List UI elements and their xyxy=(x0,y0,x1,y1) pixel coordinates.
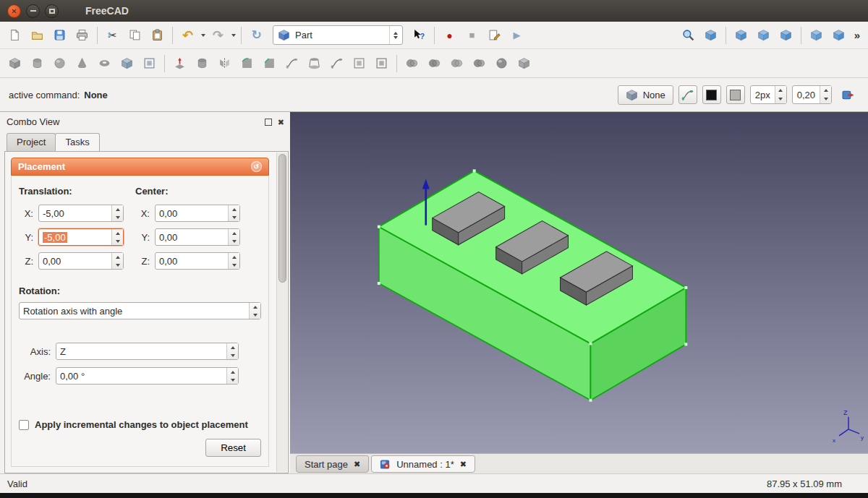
fit-all-button[interactable] xyxy=(677,24,699,46)
point-size-value: 0,20 xyxy=(793,86,820,103)
combo-arrows[interactable] xyxy=(249,303,260,319)
clipping-plane-button[interactable] xyxy=(837,84,859,106)
union-button[interactable] xyxy=(446,52,468,74)
spin-arrows[interactable] xyxy=(226,368,238,384)
incremental-checkbox[interactable] xyxy=(19,420,29,430)
spin-arrows[interactable] xyxy=(228,205,239,221)
extrude-button[interactable] xyxy=(169,52,191,74)
rotation-mode-select[interactable]: Rotation axis with angle xyxy=(19,302,261,319)
translation-x-input[interactable]: -5,00 xyxy=(38,205,124,222)
scrollbar-thumb[interactable] xyxy=(278,154,286,283)
placement-section-header[interactable]: Placement ↺ xyxy=(11,158,269,176)
tab-tasks[interactable]: Tasks xyxy=(55,133,99,151)
macro-record-button[interactable]: ● xyxy=(438,24,461,46)
chevron-down-icon xyxy=(201,34,205,37)
compound-button[interactable] xyxy=(513,52,535,74)
print-icon xyxy=(76,29,88,41)
intersection-button[interactable] xyxy=(468,52,490,74)
cylinder-button[interactable] xyxy=(26,52,48,74)
stop-icon: ■ xyxy=(469,30,475,40)
redo-dropdown[interactable] xyxy=(229,24,237,46)
right-view-button[interactable] xyxy=(775,24,797,46)
whats-this-button[interactable] xyxy=(408,24,430,46)
cut-button[interactable]: ✂ xyxy=(101,24,124,46)
line-color-swatch[interactable] xyxy=(702,85,721,104)
bottom-view-button[interactable] xyxy=(805,24,827,46)
line-width-spinbox[interactable]: 2px xyxy=(750,85,787,104)
tasks-scrollbar[interactable] xyxy=(276,153,287,472)
reset-button[interactable]: Reset xyxy=(205,439,261,457)
boolean-button[interactable] xyxy=(401,52,423,74)
thickness-icon xyxy=(375,57,388,69)
left-view-button[interactable] xyxy=(827,24,850,46)
sphere-button[interactable] xyxy=(48,52,71,74)
redo-button[interactable]: ↷ xyxy=(207,24,229,46)
axis-select[interactable]: Z xyxy=(56,343,239,360)
undo-dropdown[interactable] xyxy=(199,24,207,46)
open-button[interactable] xyxy=(26,24,48,46)
spin-arrows[interactable] xyxy=(228,229,239,245)
spin-arrows[interactable] xyxy=(228,253,239,269)
revolve-button[interactable] xyxy=(191,52,213,74)
3d-scene[interactable]: Z y x xyxy=(290,112,868,453)
new-button[interactable] xyxy=(4,24,26,46)
primitives-button[interactable] xyxy=(116,52,138,74)
tab-project[interactable]: Project xyxy=(7,133,56,151)
ruled-surface-button[interactable] xyxy=(281,52,303,74)
section-button[interactable] xyxy=(490,52,513,74)
cone-button[interactable] xyxy=(71,52,93,74)
collapse-section-icon[interactable]: ↺ xyxy=(251,161,262,172)
3d-viewport[interactable]: Z y x xyxy=(290,112,868,453)
axonometric-view-button[interactable] xyxy=(699,24,722,46)
combo-arrows[interactable] xyxy=(226,343,238,359)
window-close-button[interactable]: ✕ xyxy=(7,4,21,18)
angle-input[interactable]: 0,00 ° xyxy=(56,367,239,385)
box-button[interactable] xyxy=(4,52,26,74)
copy-button[interactable] xyxy=(124,24,146,46)
spin-arrows[interactable] xyxy=(775,86,786,103)
macro-stop-button[interactable]: ■ xyxy=(461,24,483,46)
close-tab-icon[interactable]: ✖ xyxy=(460,460,467,469)
undo-button[interactable]: ↶ xyxy=(176,24,199,46)
window-maximize-button[interactable] xyxy=(45,4,59,18)
tab-start-page[interactable]: Start page ✖ xyxy=(296,455,369,473)
dock-float-button[interactable] xyxy=(265,119,272,126)
offset-button[interactable] xyxy=(348,52,370,74)
toolbar-overflow-button[interactable]: » xyxy=(850,24,864,46)
refresh-button[interactable]: ↻ xyxy=(245,24,268,46)
sweep-button[interactable] xyxy=(326,52,348,74)
dock-close-button[interactable]: ✖ xyxy=(278,116,284,127)
center-y-input[interactable]: 0,00 xyxy=(155,228,240,246)
workbench-selector[interactable]: Part xyxy=(273,25,403,45)
save-button[interactable] xyxy=(48,24,71,46)
loft-button[interactable] xyxy=(303,52,326,74)
close-tab-icon[interactable]: ✖ xyxy=(354,460,360,469)
point-size-spinbox[interactable]: 0,20 xyxy=(792,85,832,104)
macro-execute-button[interactable]: ▶ xyxy=(506,24,528,46)
spin-arrows[interactable] xyxy=(111,253,123,269)
appearance-button[interactable] xyxy=(678,85,697,104)
draw-style-button[interactable]: None xyxy=(618,85,673,105)
translation-y-input[interactable]: -5,00 xyxy=(38,228,124,246)
fillet-button[interactable] xyxy=(236,52,258,74)
center-z-input[interactable]: 0,00 xyxy=(155,252,240,270)
shape-builder-button[interactable] xyxy=(138,52,161,74)
spin-arrows[interactable] xyxy=(111,229,123,245)
top-view-button[interactable] xyxy=(752,24,775,46)
window-minimize-button[interactable] xyxy=(26,4,40,18)
torus-button[interactable] xyxy=(93,52,116,74)
spin-arrows[interactable] xyxy=(820,86,831,103)
tab-unnamed-document[interactable]: Unnamed : 1* ✖ xyxy=(371,455,475,473)
thickness-button[interactable] xyxy=(370,52,393,74)
print-button[interactable] xyxy=(71,24,93,46)
face-color-swatch[interactable] xyxy=(726,85,745,104)
chamfer-button[interactable] xyxy=(258,52,281,74)
boolean-cut-button[interactable] xyxy=(423,52,446,74)
spin-arrows[interactable] xyxy=(111,205,123,221)
mirror-button[interactable] xyxy=(213,52,236,74)
center-x-input[interactable]: 0,00 xyxy=(155,205,240,222)
macro-edit-button[interactable] xyxy=(483,24,506,46)
translation-z-input[interactable]: 0,00 xyxy=(38,252,124,270)
paste-button[interactable] xyxy=(146,24,169,46)
front-view-button[interactable] xyxy=(730,24,752,46)
